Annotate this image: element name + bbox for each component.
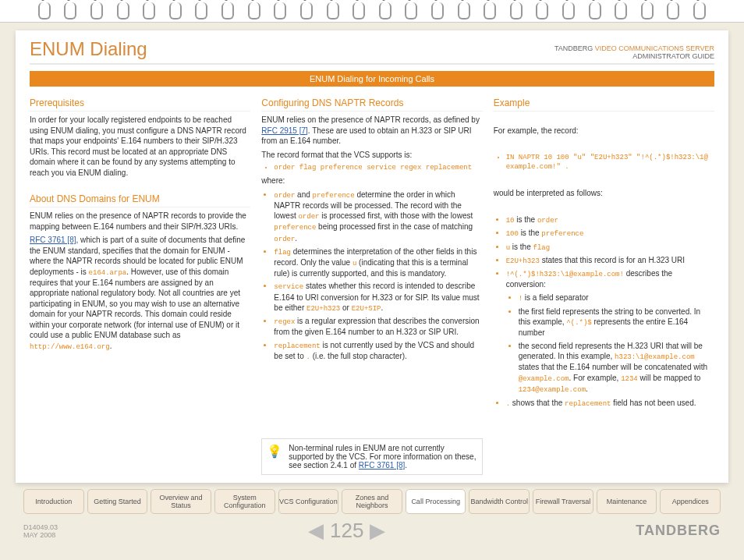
heading-example: Example — [494, 97, 714, 112]
lightbulb-icon: 💡 — [267, 444, 282, 459]
content-sheet: ENUM Dialing TANDBERG VIDEO COMMUNICATIO… — [16, 30, 728, 483]
tab-firewall[interactable]: Firewall Traversal — [533, 489, 593, 514]
doc-id: D14049.03MAY 2008 — [23, 523, 58, 539]
spiral-binding — [0, 0, 744, 23]
heading-prerequisites: Prerequisites — [30, 97, 250, 112]
column-1: Prerequisites In order for your locally … — [30, 93, 250, 475]
section-bar: ENUM Dialing for Incoming Calls — [30, 71, 714, 87]
heading-configuring: Configuring DNS NAPTR Records — [261, 97, 482, 112]
column-3: Example For example, the record: IN NAPT… — [494, 93, 714, 475]
tab-maintenance[interactable]: Maintenance — [597, 489, 657, 514]
link-rfc-3761[interactable]: RFC 3761 [8] — [30, 236, 76, 244]
footer-brand: TANDBERG — [636, 523, 721, 539]
link-rfc-3761-tip[interactable]: RFC 3761 [8] — [359, 461, 405, 470]
tab-system-config[interactable]: System Configuration — [214, 489, 275, 514]
tip-box: 💡 Non-terminal rules in ENUM are not cur… — [261, 438, 482, 475]
format-list: order and preference determine the order… — [261, 190, 482, 363]
header-meta: TANDBERG VIDEO COMMUNICATIONS SERVER ADM… — [554, 44, 714, 60]
next-page-icon[interactable]: ▶ — [370, 519, 385, 543]
page-number: 125 — [330, 519, 363, 543]
document-page: ENUM Dialing TANDBERG VIDEO COMMUNICATIO… — [0, 0, 744, 560]
example-list: 10 is the order 100 is the preference u … — [494, 212, 714, 411]
tab-introduction[interactable]: Introduction — [23, 489, 84, 514]
page-title: ENUM Dialing — [30, 38, 147, 60]
link-rfc-2915[interactable]: RFC 2915 [7] — [261, 126, 307, 135]
tab-getting-started[interactable]: Getting Started — [87, 489, 148, 514]
prev-page-icon[interactable]: ◀ — [308, 519, 324, 543]
tab-appendices[interactable]: Appendices — [660, 489, 721, 514]
tab-bandwidth[interactable]: Bandwidth Control — [469, 489, 530, 514]
column-2: Configuring DNS NAPTR Records ENUM relie… — [261, 93, 482, 475]
tab-vcs-config[interactable]: VCS Configuration — [278, 489, 339, 514]
tab-overview-status[interactable]: Overview and Status — [151, 489, 211, 514]
heading-about-dns: About DNS Domains for ENUM — [30, 193, 250, 207]
tab-call-processing[interactable]: Call Processing — [406, 489, 466, 514]
tab-zones-neighbors[interactable]: Zones and Neighbors — [342, 489, 402, 514]
pagination: ◀ 125 ▶ — [308, 519, 385, 543]
nav-tabs: Introduction Getting Started Overview an… — [23, 489, 721, 514]
